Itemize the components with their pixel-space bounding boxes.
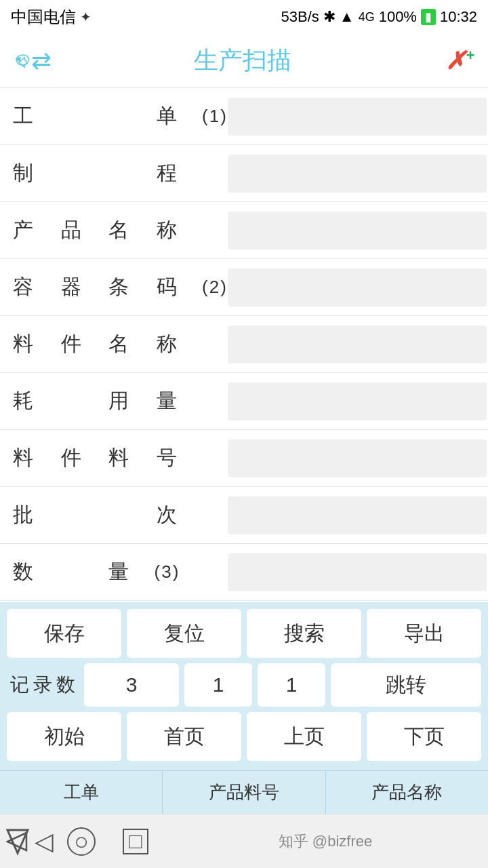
tab-workorder[interactable]: 工单 — [0, 771, 163, 814]
nav-recent[interactable]: □ — [108, 821, 163, 862]
input-productname[interactable] — [228, 212, 487, 250]
search-button[interactable]: 搜索 — [247, 609, 361, 658]
form-row-batch: 批次 — [0, 487, 488, 544]
network-speed: 53B/s — [281, 8, 319, 26]
tab-productname[interactable]: 产品名称 — [326, 771, 488, 814]
next-button[interactable]: 下页 — [367, 712, 481, 761]
brand-text: 知乎 @bizfree — [279, 831, 372, 852]
page-total-input[interactable] — [184, 663, 252, 707]
home-button[interactable]: 首页 — [127, 712, 241, 761]
nav-bar: ◁ ○ □ 知乎 @bizfree — [0, 814, 488, 868]
time-text: 10:32 — [440, 8, 477, 26]
tab-productno[interactable]: 产品料号 — [163, 771, 325, 814]
recent-nav-icon: □ — [123, 829, 148, 854]
input-partno[interactable] — [228, 439, 487, 477]
label-batch: 批次 — [11, 501, 228, 529]
input-quantity-1[interactable] — [228, 553, 487, 591]
form-row-consumption: 耗用量 — [0, 373, 488, 430]
input-consumption-1[interactable] — [228, 382, 487, 420]
bluetooth-icon: ✱ — [323, 8, 336, 26]
arrow-icon — [14, 43, 31, 79]
nav-back[interactable]: ◁ — [0, 821, 54, 862]
label-process: 制程 — [11, 159, 228, 187]
nav-buttons-row: 初始 首页 上页 下页 — [7, 712, 481, 761]
label-productname: 产品名称 — [11, 216, 228, 244]
record-row: 记 录 数 跳转 — [7, 663, 481, 707]
carrier-text: 中国电信 — [11, 6, 76, 28]
input-process[interactable] — [228, 155, 487, 193]
action-buttons-row: 保存 复位 搜索 导出 — [7, 609, 481, 658]
page-current-input[interactable] — [258, 663, 325, 707]
form-row-partname: 料件名称 — [0, 316, 488, 373]
input-group-consumption — [228, 382, 488, 420]
form-row-quantity: 数量(3) — [0, 544, 488, 601]
battery-text: 100% — [379, 8, 417, 26]
page-title: 生产扫描 — [52, 44, 434, 77]
wifi-icon: ▲ — [340, 8, 354, 26]
jump-button[interactable]: 跳转 — [331, 663, 481, 707]
form-row-partno: 料件料号 — [0, 430, 488, 487]
input-workorder[interactable] — [228, 98, 487, 136]
signal-icon: ✦ — [80, 9, 92, 25]
status-bar: 中国电信 ✦ 53B/s ✱ ▲ 4G 100% ▮ 10:32 — [0, 0, 488, 34]
first-button[interactable]: 初始 — [7, 712, 121, 761]
back-arrow: ⇄ — [31, 47, 52, 75]
back-nav-icon — [1, 825, 35, 859]
form-row-process: 制程 — [0, 145, 488, 202]
status-bar-right: 53B/s ✱ ▲ 4G 100% ▮ 10:32 — [281, 8, 477, 26]
label-consumption: 耗用量 — [11, 387, 228, 415]
input-group-quantity — [228, 553, 488, 591]
prev-button[interactable]: 上页 — [247, 712, 361, 761]
save-button[interactable]: 保存 — [7, 609, 121, 658]
label-workorder: 工单(1) — [11, 102, 228, 130]
label-partname: 料件名称 — [11, 330, 228, 358]
form-row-workorder: 工单(1) — [0, 88, 488, 145]
status-bar-left: 中国电信 ✦ — [11, 6, 92, 28]
home-nav-icon: ○ — [67, 827, 96, 856]
record-label: 记 录 数 — [7, 672, 79, 698]
lte-icon: 4G — [359, 10, 375, 24]
logo-icon: ✗+ — [445, 47, 474, 75]
nav-home[interactable]: ○ — [54, 821, 108, 862]
bottom-tabbar: 工单 产品料号 产品名称 — [0, 770, 488, 814]
input-barcode[interactable] — [228, 269, 487, 307]
export-button[interactable]: 导出 — [367, 609, 481, 658]
input-batch[interactable] — [228, 496, 487, 534]
form-row-productname: 产品名称 — [0, 202, 488, 259]
form-area: 工单(1) 制程 产品名称 — [0, 88, 488, 602]
form-row-barcode: 容器条码(2) — [0, 259, 488, 316]
bottom-toolbar: 保存 复位 搜索 导出 记 录 数 跳转 初始 首页 — [0, 602, 488, 770]
label-quantity: 数量(3) — [11, 558, 228, 586]
label-barcode: 容器条码(2) — [11, 273, 228, 301]
battery-icon: ▮ — [421, 9, 436, 25]
record-count-input[interactable] — [84, 663, 179, 707]
header: ⇄ 生产扫描 ✗+ — [0, 34, 488, 88]
back-icon[interactable]: ⇄ — [14, 42, 52, 80]
logo-area: ✗+ — [434, 47, 474, 75]
reset-button[interactable]: 复位 — [127, 609, 241, 658]
input-partname[interactable] — [228, 326, 487, 363]
label-partno: 料件料号 — [11, 444, 228, 472]
brand-label: 知乎 @bizfree — [163, 821, 488, 862]
back-nav-text: ◁ — [35, 827, 54, 856]
